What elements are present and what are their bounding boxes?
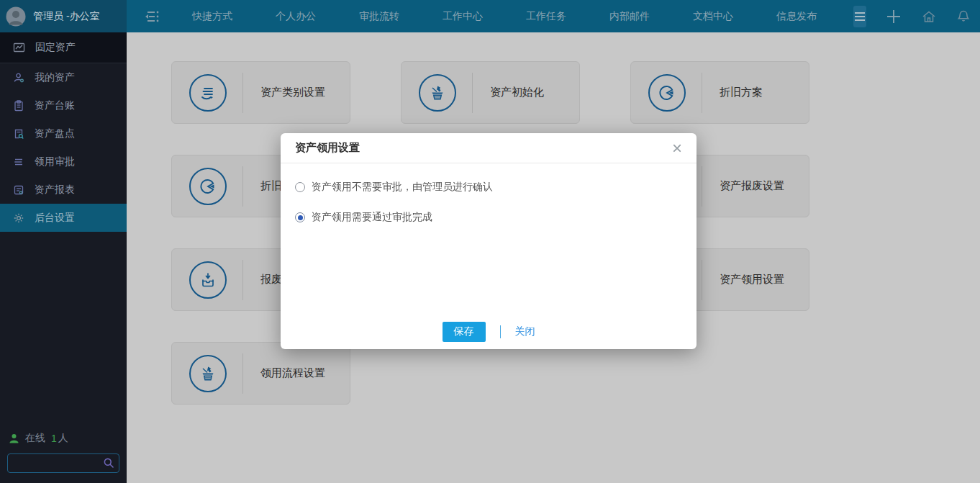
nav-personal-office[interactable]: 个人办公 [263, 10, 328, 23]
sidebar-item-asset-ledger[interactable]: 资产台账 [0, 91, 127, 119]
sidebar-item-label: 我的资产 [35, 71, 75, 84]
online-person-icon [9, 433, 19, 444]
radio-option-label: 资产领用不需要审批，由管理员进行确认 [312, 181, 493, 194]
nav-document-center[interactable]: 文档中心 [681, 10, 745, 23]
user-profile-block[interactable]: 管理员 -办公室 [0, 0, 127, 32]
close-icon[interactable]: × [672, 141, 682, 155]
sidebar-item-backend-settings[interactable]: 后台设置 [0, 204, 127, 232]
bell-icon[interactable] [956, 9, 971, 24]
search-icon[interactable] [103, 457, 114, 469]
clipboard-icon [13, 100, 24, 112]
online-status: 在线 1 人 [7, 432, 119, 445]
topbar-right-icons [866, 8, 980, 25]
doc-search-icon [13, 128, 24, 140]
sidebar-item-requisition-approval[interactable]: 领用审批 [0, 148, 127, 176]
dialog-title: 资产领用设置 [295, 141, 360, 155]
nav-approval-flow[interactable]: 审批流转 [347, 10, 412, 23]
hamburger-menu-icon[interactable] [853, 6, 866, 27]
sidebar: 固定资产 我的资产 资产台账 资产盘点 [0, 32, 127, 483]
nav-shortcuts[interactable]: 快捷方式 [180, 10, 245, 23]
sidebar-item-label: 领用审批 [35, 155, 75, 168]
chart-box-icon [13, 42, 25, 53]
online-count: 1 [51, 433, 57, 444]
online-unit: 人 [58, 432, 68, 445]
close-button[interactable]: 关闭 [515, 325, 535, 338]
sidebar-item-label: 固定资产 [35, 41, 76, 54]
list-lines-icon [13, 156, 24, 168]
sidebar-item-label: 资产报表 [35, 184, 75, 197]
radio-option-needs-approval[interactable]: 资产领用需要通过审批完成 [295, 211, 682, 224]
nav-work-center[interactable]: 工作中心 [430, 10, 495, 23]
save-button[interactable]: 保存 [443, 322, 486, 342]
main-nav: 快捷方式 个人办公 审批流转 工作中心 工作任务 内部邮件 文档中心 信息发布 [180, 10, 848, 23]
radio-icon[interactable] [295, 212, 305, 222]
sidebar-bottom: 在线 1 人 [0, 432, 127, 483]
collapse-menu-icon[interactable] [142, 7, 161, 26]
sidebar-item-label: 资产台账 [35, 99, 75, 112]
nav-internal-mail[interactable]: 内部邮件 [597, 10, 662, 23]
sidebar-item-label: 资产盘点 [35, 127, 75, 140]
user-name: 管理员 -办公室 [33, 10, 100, 23]
nav-work-tasks[interactable]: 工作任务 [514, 10, 579, 23]
avatar [6, 6, 26, 27]
footer-divider [500, 325, 501, 338]
nav-info-publish[interactable]: 信息发布 [764, 10, 829, 23]
home-icon[interactable] [921, 9, 937, 24]
gear-icon [13, 212, 24, 224]
sidebar-item-label: 后台设置 [35, 212, 75, 225]
person-icon [13, 72, 24, 83]
sidebar-item-my-assets[interactable]: 我的资产 [0, 63, 127, 91]
radio-option-label: 资产领用需要通过审批完成 [312, 211, 432, 224]
online-label: 在线 [25, 432, 45, 445]
report-icon [13, 184, 24, 196]
sidebar-item-asset-reports[interactable]: 资产报表 [0, 176, 127, 204]
sidebar-item-fixed-assets[interactable]: 固定资产 [0, 32, 127, 63]
radio-icon[interactable] [295, 182, 305, 192]
requisition-settings-dialog: 资产领用设置 × 资产领用不需要审批，由管理员进行确认 资产领用需要通过审批完成… [281, 133, 697, 349]
sidebar-item-asset-inventory[interactable]: 资产盘点 [0, 119, 127, 148]
radio-option-no-approval[interactable]: 资产领用不需要审批，由管理员进行确认 [295, 181, 682, 194]
topbar: 管理员 -办公室 快捷方式 个人办公 审批流转 工作中心 工作任务 内部邮件 文… [0, 0, 980, 32]
plus-icon[interactable] [885, 8, 902, 25]
